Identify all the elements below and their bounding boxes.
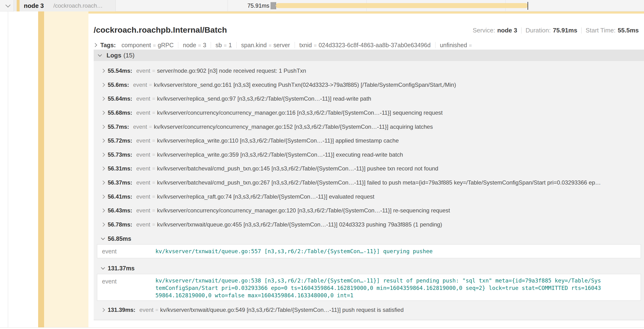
log-timestamp: 55.7ms: xyxy=(108,124,129,130)
chevron-right-icon[interactable] xyxy=(101,97,105,101)
log-timestamp: 56.41ms: xyxy=(108,193,132,200)
tags-list: component = gRPC node = 3 sb = 1 span.ki… xyxy=(122,42,474,49)
chevron-right-icon[interactable] xyxy=(101,167,105,171)
tag-item[interactable]: sb = 1 xyxy=(216,42,232,49)
chevron-right-icon[interactable] xyxy=(101,222,105,226)
tag-item[interactable]: node = 3 xyxy=(183,42,206,49)
log-timestamp: 56.37ms: xyxy=(108,179,132,186)
span-operation-name[interactable]: /cockroach.roach… xyxy=(54,0,103,12)
span-end-log-marker xyxy=(528,2,528,10)
log-tick-mark xyxy=(272,2,272,9)
log-value: kv/kvserver/concurrency/concurrency_mana… xyxy=(157,110,442,116)
log-tick-mark xyxy=(273,2,273,9)
log-row[interactable]: 55.72ms: event = kv/kvserver/replica_wri… xyxy=(94,134,644,148)
log-row[interactable]: 56.43ms: event = kv/kvserver/concurrency… xyxy=(94,204,644,218)
duration-value: 75.91ms xyxy=(553,27,577,34)
span-duration-label: 75.91ms xyxy=(229,0,269,12)
log-row-expanded-header[interactable]: 131.37ms xyxy=(94,264,644,273)
log-value: kv/kvserver/batcheval/cmd_push_txn.go:14… xyxy=(157,165,438,172)
equals-sign: = xyxy=(152,110,155,116)
log-value: kv/kvserver/txnwait/queue.go:557 [n3,s3,… xyxy=(156,244,613,258)
logs-title: Logs xyxy=(106,52,121,59)
equals-sign: = xyxy=(268,43,272,48)
tag-item[interactable]: component = gRPC xyxy=(122,42,174,49)
selected-row-highlight xyxy=(44,12,88,327)
log-row[interactable]: 55.6ms: event = kv/kvserver/store_send.g… xyxy=(94,78,644,92)
log-row[interactable]: 55.7ms: event = kv/kvserver/concurrency/… xyxy=(94,120,644,134)
chevron-right-icon[interactable] xyxy=(101,139,105,143)
tag-key: node xyxy=(183,42,196,49)
row-divider xyxy=(0,327,644,328)
log-row[interactable]: 55.64ms: event = kv/kvserver/replica_sen… xyxy=(94,92,644,106)
span-timeline-row[interactable]: node 3 /cockroach.roach… 75.91ms xyxy=(0,0,644,12)
logs-accordion-header[interactable]: Logs (15) xyxy=(94,50,644,61)
span-detail-panel: /cockroach.roachpb.Internal/Batch Servic… xyxy=(88,12,644,327)
span-duration-bar[interactable] xyxy=(276,3,528,8)
log-tick-mark xyxy=(271,2,271,9)
tag-key: span.kind xyxy=(241,42,267,49)
log-value: kv/kvserver/txnwait/queue.go:455 [n3,s3,… xyxy=(157,221,442,228)
log-value: server/node.go:902 [n3] node received re… xyxy=(157,68,306,74)
chevron-right-icon[interactable] xyxy=(101,69,105,73)
chevron-right-icon[interactable] xyxy=(101,152,105,157)
log-row[interactable]: 56.78ms: event = kv/kvserver/txnwait/que… xyxy=(94,218,644,232)
equals-sign: = xyxy=(152,166,155,172)
log-row[interactable]: 56.31ms: event = kv/kvserver/batcheval/c… xyxy=(94,162,644,176)
chevron-right-icon[interactable] xyxy=(101,111,105,115)
chevron-down-icon[interactable] xyxy=(98,53,102,57)
log-timestamp: 56.85ms xyxy=(108,235,131,242)
collapse-children-chevron-icon[interactable] xyxy=(6,2,10,8)
chevron-right-icon[interactable] xyxy=(101,208,105,213)
tag-item[interactable]: unfinished = xyxy=(440,42,474,49)
log-row[interactable]: 56.37ms: event = kv/kvserver/batcheval/c… xyxy=(94,176,644,190)
chevron-right-icon[interactable] xyxy=(101,83,105,87)
tag-item[interactable]: span.kind = server xyxy=(241,42,290,49)
log-key: event xyxy=(136,95,150,102)
chevron-down-icon[interactable] xyxy=(101,266,105,270)
equals-sign: = xyxy=(469,43,472,48)
equals-sign: = xyxy=(314,43,316,48)
log-row[interactable]: 56.41ms: event = kv/kvserver/replica_raf… xyxy=(94,190,644,204)
log-key: event xyxy=(136,152,150,158)
indent-guide-line xyxy=(8,12,8,327)
chevron-right-icon[interactable] xyxy=(101,308,105,312)
log-key: event xyxy=(133,82,147,88)
log-row-expanded-header[interactable]: 56.85ms xyxy=(94,234,644,244)
chevron-right-icon[interactable] xyxy=(101,181,105,185)
log-value: kv/kvserver/store_send.go:161 [n3,s3] ex… xyxy=(154,82,456,88)
logs-footer-note: Log timestamps are relative to the start… xyxy=(94,317,644,320)
span-color-bar xyxy=(17,0,20,12)
equals-sign: = xyxy=(152,68,155,74)
tag-value: 024d3323-6c8f-4863-aa8b-37ab0e63496d xyxy=(319,42,431,49)
selected-span-indent-guide[interactable] xyxy=(38,12,44,327)
chevron-down-icon[interactable] xyxy=(101,236,105,240)
tag-divider xyxy=(178,42,178,48)
equals-sign: = xyxy=(198,43,201,48)
span-service-name[interactable]: node 3 xyxy=(24,0,44,12)
tag-value: gRPC xyxy=(158,42,174,49)
chevron-right-icon[interactable] xyxy=(93,43,97,47)
log-row[interactable]: 55.73ms: event = kv/kvserver/replica_wri… xyxy=(94,148,644,162)
log-key: event xyxy=(136,165,150,172)
chevron-right-icon[interactable] xyxy=(101,125,105,129)
tag-item[interactable]: txnid = 024d3323-6c8f-4863-aa8b-37ab0e63… xyxy=(299,42,431,49)
span-tree-gutter xyxy=(0,12,88,327)
log-timestamp: 55.68ms: xyxy=(108,110,132,116)
log-key: event xyxy=(136,179,150,186)
logs-count: (15) xyxy=(124,52,134,59)
log-key: event xyxy=(136,221,150,228)
log-row[interactable]: 55.68ms: event = kv/kvserver/concurrency… xyxy=(94,106,644,120)
log-row[interactable]: 131.39ms: event = kv/kvserver/txnwait/qu… xyxy=(94,303,644,317)
equals-sign: = xyxy=(152,180,155,186)
log-row[interactable]: 55.54ms: event = server/node.go:902 [n3]… xyxy=(94,64,644,78)
tag-key: unfinished xyxy=(440,42,467,49)
log-value: kv/kvserver/replica_write.go:110 [n3,s3,… xyxy=(157,137,399,144)
log-key: event xyxy=(97,244,156,258)
service-label: Service: xyxy=(473,27,495,34)
chevron-right-icon[interactable] xyxy=(101,194,105,198)
log-key: event xyxy=(140,306,154,313)
service-value: node 3 xyxy=(497,27,517,34)
log-key: event xyxy=(97,274,156,300)
tags-accordion[interactable]: Tags: component = gRPC node = 3 sb = 1 s… xyxy=(94,40,474,50)
timeline-gridline xyxy=(228,0,228,12)
